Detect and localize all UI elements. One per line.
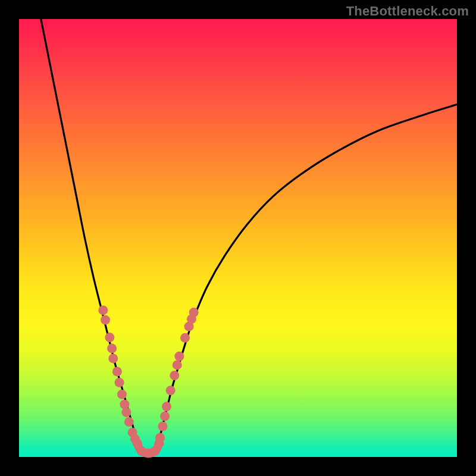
dot-dots-left <box>107 343 117 353</box>
dot-dots-left <box>117 390 127 399</box>
dot-dots-left <box>112 367 122 376</box>
dot-dots-right <box>180 333 190 343</box>
dot-dots-left <box>98 305 108 315</box>
dot-dots-right <box>160 412 170 421</box>
dot-dots-right <box>166 386 176 395</box>
series-curve-left <box>41 19 141 450</box>
scatter-layer <box>98 305 198 458</box>
dot-dots-right <box>158 421 167 431</box>
chart-frame: TheBottleneck.com <box>0 0 476 476</box>
dot-dots-right <box>174 352 184 361</box>
dot-dots-left <box>120 400 129 409</box>
dot-dots-right <box>162 402 171 411</box>
dot-dots-right <box>170 371 179 380</box>
dot-dots-right <box>189 308 199 317</box>
watermark-text: TheBottleneck.com <box>346 4 469 19</box>
dot-dots-right <box>173 360 182 369</box>
dot-dots-trough <box>155 439 164 448</box>
dot-dots-left <box>101 315 110 325</box>
dot-dots-left <box>105 333 114 342</box>
dot-dots-left <box>108 353 118 363</box>
series-layer <box>41 19 457 453</box>
dot-dots-left <box>115 378 124 387</box>
chart-overlay <box>19 19 457 457</box>
dot-dots-left <box>121 408 131 417</box>
dot-dots-left <box>124 417 134 427</box>
series-curve-right <box>156 105 457 450</box>
